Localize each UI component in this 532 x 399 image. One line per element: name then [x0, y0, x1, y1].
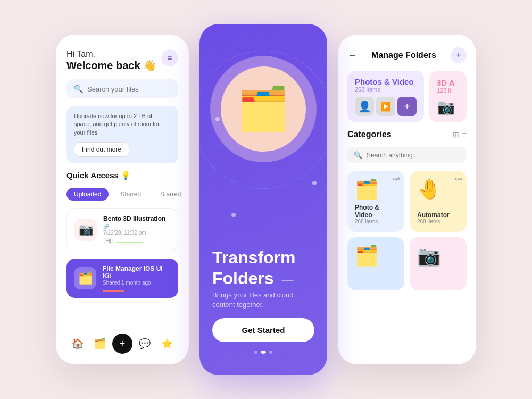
tab-uploaded[interactable]: Uploaded	[66, 188, 109, 201]
carousel-dot-2[interactable]	[261, 351, 266, 354]
dash-deco: —	[281, 273, 293, 287]
deco-dot-3	[231, 213, 236, 217]
screens-container: Hi Tam, Welcome back 👋 ≡ 🔍 Upgrade now f…	[0, 0, 532, 399]
file-name-kit: File Manager iOS UI Kit	[103, 265, 171, 280]
file-card-bento[interactable]: 📷 Bento 3D Illustration 🔗 7/22/20, 12:32…	[66, 208, 178, 251]
grid-view-icon[interactable]: ⊞	[453, 130, 459, 139]
file-name-bento: Bento 3D Illustration 🔗	[103, 215, 170, 230]
thumb-person: 👤	[355, 97, 374, 116]
nav-files[interactable]: 🗂️	[90, 334, 110, 354]
photos-video-card[interactable]: Photos & Video 268 items 👤 ▶️ +	[347, 71, 424, 122]
screen1-header: Hi Tam, Welcome back 👋 ≡	[66, 49, 178, 72]
thumb-add[interactable]: +	[397, 97, 417, 116]
threed-card-title: 3D A	[437, 78, 459, 87]
nav-star[interactable]: ⭐	[157, 334, 177, 354]
tab-starred[interactable]: Starred	[153, 188, 188, 201]
transform-title-line2: Folders —	[212, 269, 314, 288]
folder-cards-row: Photos & Video 268 items 👤 ▶️ + 3	[347, 71, 467, 122]
threed-card-count: 128 it	[437, 87, 459, 94]
screen1: Hi Tam, Welcome back 👋 ≡ 🔍 Upgrade now f…	[56, 35, 189, 364]
menu-button[interactable]: ≡	[161, 49, 178, 66]
photos-card-info: Photos & Video 268 items 👤 ▶️ +	[355, 77, 417, 116]
nav-home[interactable]: 🏠	[68, 334, 88, 354]
menu-icon: ≡	[168, 54, 172, 62]
file-info-bento: Bento 3D Illustration 🔗 7/22/20, 12:32 p…	[103, 215, 170, 244]
hero-text: Transform Folders — Brings your files an…	[212, 248, 314, 310]
threed-card[interactable]: 3D A 128 it 📷	[429, 71, 467, 122]
tab-row: Uploaded Shared Starred	[66, 188, 178, 201]
screen2: 🗂️ Transform Folders — Brings your files…	[200, 24, 327, 375]
deco-dot-1	[215, 117, 220, 121]
upgrade-box: Upgrade now for up to 2 TB of space, and…	[66, 106, 178, 163]
tab-shared[interactable]: Shared	[113, 188, 148, 201]
categories-header: Categories ⊞ ≡	[347, 130, 467, 139]
folder-circle-outer: 🗂️	[210, 56, 317, 162]
s3-title: Manage Folders	[371, 51, 436, 60]
back-button[interactable]: ←	[347, 50, 357, 61]
file-icon-camera: 📷	[74, 219, 97, 241]
photos-card-title: Photos & Video	[355, 77, 417, 86]
nav-chat[interactable]: 💬	[135, 334, 155, 354]
search-box[interactable]: 🔍	[66, 79, 178, 98]
nav-add[interactable]: +	[112, 334, 132, 354]
deco-dot-2	[312, 181, 317, 185]
quick-access-title: Quick Access 💡	[66, 171, 178, 180]
progress-bar-kit	[103, 290, 124, 292]
get-started-button[interactable]: Get Started	[212, 318, 314, 342]
thumb-play: ▶️	[376, 97, 395, 116]
threed-icon: 📷	[437, 98, 459, 115]
carousel-dot-3	[269, 351, 272, 354]
cat-card-3[interactable]: 🗂️	[347, 237, 404, 290]
greeting-welcome: Welcome back 👋	[66, 59, 156, 72]
view-toggle: ⊞ ≡	[453, 130, 467, 139]
screen3: ← Manage Folders + Photos & Video 268 it…	[338, 35, 476, 364]
find-out-button[interactable]: Find out more	[74, 142, 129, 157]
categories-grid: ⤤ 🗂️ Photo & Video 268 items ••• 🤚 Autom…	[347, 171, 467, 290]
greeting-hi: Hi Tam,	[66, 49, 156, 59]
cat-icon-automator: 🤚	[417, 178, 459, 201]
search-icon: 🔍	[74, 85, 83, 93]
photos-card-count: 268 items	[355, 86, 417, 93]
add-folder-button[interactable]: +	[451, 47, 467, 63]
cat-card-4[interactable]: 📷	[410, 237, 467, 290]
carousel-dots	[254, 351, 272, 354]
cat-more-photo[interactable]: •••	[392, 175, 400, 184]
cat-card-automator[interactable]: 🤚 Automator 268 items •••	[410, 171, 467, 232]
file-meta-kit: Shared 1 month ago	[103, 280, 171, 286]
file-extras-bento: +6	[103, 238, 170, 244]
greeting-block: Hi Tam, Welcome back 👋	[66, 49, 156, 72]
file-info-kit: File Manager iOS UI Kit Shared 1 month a…	[103, 265, 171, 292]
cat-card-photo-video[interactable]: ⤤ 🗂️ Photo & Video 268 items •••	[347, 171, 404, 232]
category-search[interactable]: 🔍	[347, 147, 467, 163]
bottom-nav: 🏠 🗂️ + 💬 ⭐	[66, 328, 178, 354]
transform-subtitle: Brings your files and cloud content toge…	[212, 290, 314, 310]
progress-bar-bento	[116, 242, 143, 243]
cat-icon-photo: 🗂️	[355, 178, 397, 201]
file-meta-bento: 7/22/20, 12:32 pm	[103, 230, 170, 236]
cat-label-automator: Automator 268 items	[417, 211, 459, 225]
cat-more-automator[interactable]: •••	[454, 175, 462, 184]
category-search-input[interactable]	[367, 152, 446, 159]
search-input[interactable]	[87, 85, 171, 93]
photos-thumbs: 👤 ▶️ +	[355, 97, 417, 116]
cat-icon-4: 📷	[417, 245, 459, 267]
transform-title-line1: Transform	[212, 248, 314, 267]
file-card-kit[interactable]: 🗂️ File Manager iOS UI Kit Shared 1 mont…	[66, 259, 178, 298]
file-icon-folder: 🗂️	[74, 267, 96, 289]
cat-icon-3: 🗂️	[355, 245, 397, 267]
s3-header: ← Manage Folders +	[347, 47, 467, 63]
cat-label-photo: Photo & Video 268 items	[355, 204, 397, 225]
folder-3d-icon: 🗂️	[237, 84, 290, 134]
list-view-icon[interactable]: ≡	[462, 130, 467, 139]
file-extras-kit	[103, 288, 171, 292]
upgrade-text: Upgrade now for up to 2 TB of space, and…	[74, 112, 171, 137]
carousel-dot-1	[254, 351, 257, 354]
categories-title: Categories	[347, 130, 392, 139]
folder-circle-inner: 🗂️	[221, 66, 306, 152]
s3-search-icon: 🔍	[354, 151, 362, 159]
threed-card-info: 3D A 128 it 📷	[437, 78, 459, 115]
